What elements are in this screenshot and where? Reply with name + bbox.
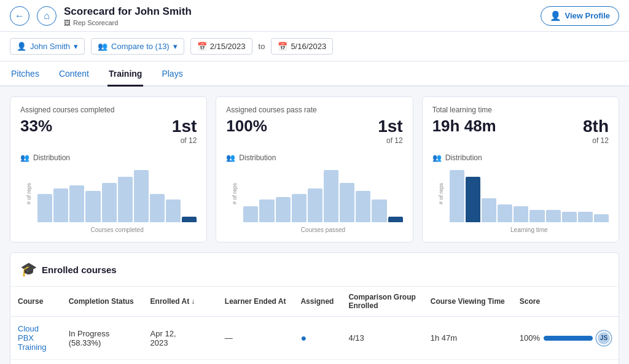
bar <box>276 197 291 222</box>
bar <box>562 212 577 222</box>
compare-icon: 👥 <box>98 42 107 51</box>
bar <box>514 206 528 222</box>
bar <box>482 198 496 222</box>
metric-card-courses-completed: Assigned courses completed 33% 1st of 12… <box>10 96 207 242</box>
bar <box>37 194 52 222</box>
distribution-label-3: Distribution <box>445 153 482 162</box>
tab-content[interactable]: Content <box>58 61 90 87</box>
date-to-button[interactable]: 📅 5/16/2023 <box>271 38 333 55</box>
bar <box>53 188 68 222</box>
distribution-label-1: Distribution <box>33 153 70 162</box>
chart-2: # of reps Courses passed <box>226 166 402 233</box>
distribution-icon-1: 👥 <box>20 153 29 162</box>
bar <box>259 199 274 222</box>
metric-value-1: 33% <box>20 117 52 136</box>
view-profile-button[interactable]: 👤 View Profile <box>541 6 619 26</box>
bar <box>102 183 117 222</box>
table-header-row: Course Completion Status Enrolled At ↓ L… <box>10 287 619 317</box>
bar <box>85 191 100 222</box>
profile-icon: 👤 <box>550 10 561 21</box>
th-viewing-time: Course Viewing Time <box>423 287 512 317</box>
course-link-1[interactable]: Cloud PBX Training <box>18 324 46 352</box>
x-label-1: Courses completed <box>37 227 197 233</box>
y-axis-1: # of reps <box>20 166 37 222</box>
score-value-1: 100% <box>520 333 540 343</box>
metric-top-1: 33% 1st of 12 <box>20 117 197 145</box>
course-name-1: Cloud PBX Training <box>10 317 61 360</box>
metric-rank-3: 8th of 12 <box>583 117 609 145</box>
bar <box>546 210 561 222</box>
th-score: Score <box>512 287 619 317</box>
toolbar: 👤 John Smith ▾ 👥 Compare to (13) ▾ 📅 2/1… <box>0 32 629 61</box>
th-empty <box>203 287 217 317</box>
bars-2 <box>243 166 402 222</box>
score-cell-2: 79% JS <box>512 360 619 365</box>
th-course: Course <box>10 287 61 317</box>
bar <box>594 214 609 222</box>
score-fill-1 <box>544 336 593 341</box>
compare-dropdown[interactable]: 👥 Compare to (13) ▾ <box>91 38 184 55</box>
status-2: Ready for Review <box>61 360 143 365</box>
main-content: Assigned courses completed 33% 1st of 12… <box>0 87 629 364</box>
bars-1 <box>37 166 197 222</box>
home-button[interactable]: ⌂ <box>37 6 57 26</box>
bar <box>324 170 338 222</box>
bar <box>529 210 544 222</box>
bar <box>292 194 307 222</box>
bar <box>308 188 322 222</box>
bar-active <box>182 217 197 222</box>
tab-training[interactable]: Training <box>107 61 143 87</box>
bar <box>69 185 84 222</box>
header-title-block: Scorecard for John Smith 🖼 Rep Scorecard <box>64 6 192 26</box>
assigned-1: ● <box>293 317 341 360</box>
bar <box>118 177 133 222</box>
person-dropdown[interactable]: 👤 John Smith ▾ <box>10 38 85 55</box>
chart-3: # of reps Learning time <box>432 166 609 233</box>
metric-top-2: 100% 1st of 12 <box>226 117 402 145</box>
calendar-icon: 📅 <box>197 42 207 51</box>
distribution-icon-2: 👥 <box>226 153 235 162</box>
table-row: Cloud PBX PracticePitch Ready for Review… <box>10 360 619 365</box>
th-learner-ended: Learner Ended At <box>217 287 294 317</box>
back-button[interactable]: ← <box>10 6 29 26</box>
distribution-header-1: 👥 Distribution <box>20 153 197 162</box>
distribution-icon-3: 👥 <box>432 153 442 162</box>
learner-ended-2: — <box>217 360 294 365</box>
calendar-to-icon: 📅 <box>278 42 287 51</box>
metric-label-3: Total learning time <box>432 106 609 114</box>
courses-title: Enrolled courses <box>42 265 117 275</box>
breadcrumb: 🖼 Rep Scorecard <box>64 19 192 26</box>
tab-pitches[interactable]: Pitches <box>10 61 41 87</box>
distribution-header-2: 👥 Distribution <box>226 153 402 162</box>
bar <box>450 170 464 222</box>
header-left: ← ⌂ Scorecard for John Smith 🖼 Rep Score… <box>10 6 192 26</box>
metrics-row: Assigned courses completed 33% 1st of 12… <box>10 96 619 242</box>
date-from-button[interactable]: 📅 2/15/2023 <box>190 38 252 55</box>
th-enrolled-at[interactable]: Enrolled At ↓ <box>143 287 203 317</box>
metric-value-3: 19h 48m <box>432 117 496 136</box>
score-bar-1 <box>544 336 593 341</box>
enrolled-at-1: Apr 12, 2023 <box>143 317 203 360</box>
tab-plays[interactable]: Plays <box>160 61 184 87</box>
bar <box>578 212 593 222</box>
x-label-2: Courses passed <box>243 227 402 233</box>
chart-1: # of reps Courses completed <box>20 166 197 233</box>
enrolled-courses-section: 🎓 Enrolled courses Course Completion Sta… <box>10 252 619 364</box>
th-comparison-group: Comparison GroupEnrolled <box>341 287 423 317</box>
enrolled-at-2: Mar 21, 2023 <box>143 360 203 365</box>
courses-table: Course Completion Status Enrolled At ↓ L… <box>10 287 619 364</box>
bar <box>340 183 354 222</box>
metric-rank-1: 1st of 12 <box>172 117 197 145</box>
metric-rank-2: 1st of 12 <box>378 117 402 145</box>
bar-active <box>388 217 403 222</box>
bar <box>150 194 165 222</box>
score-cell-1: 100% JS <box>512 317 619 360</box>
bar <box>243 206 258 222</box>
viewing-time-2: 1h 23m <box>423 360 512 365</box>
viewing-time-1: 1h 47m <box>423 317 512 360</box>
course-name-2: Cloud PBX PracticePitch <box>10 360 61 365</box>
distribution-header-3: 👥 Distribution <box>432 153 609 162</box>
bar <box>134 170 149 222</box>
chevron-down-icon: ▾ <box>74 42 78 51</box>
y-axis-3: # of reps <box>432 166 450 222</box>
